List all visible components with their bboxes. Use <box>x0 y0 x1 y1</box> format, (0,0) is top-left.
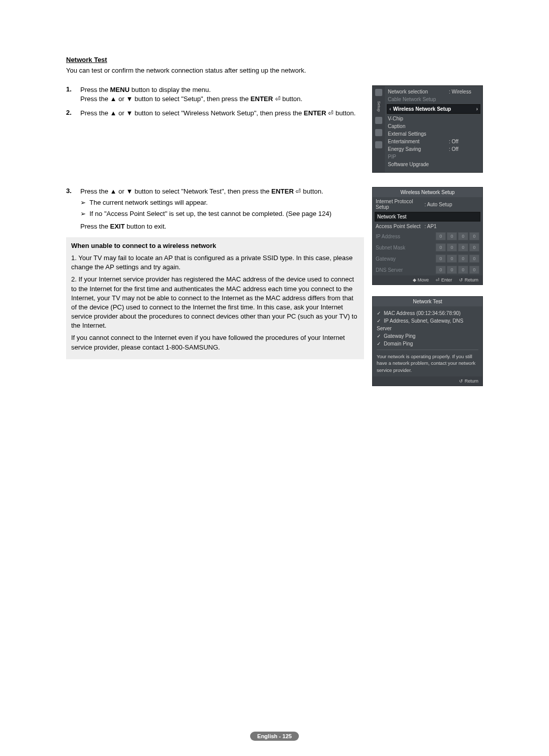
step-3: 3. Press the ▲ or ▼ button to select "Ne… <box>66 187 364 231</box>
sidebar-label: Setup <box>377 101 381 112</box>
enter-key: ENTER <box>251 95 273 103</box>
t: button. <box>333 109 355 117</box>
t: button to display the menu. <box>130 86 211 93</box>
k: Access Point Select <box>376 224 424 229</box>
k: Gateway <box>376 256 424 262</box>
v: : Auto Setup <box>424 202 452 207</box>
test-item: Domain Ping <box>377 340 478 348</box>
t: Press the ▲ or ▼ button to select "Setup… <box>80 95 251 103</box>
k: Cable Network Setup <box>388 97 479 102</box>
osd-row: Caption <box>388 122 479 130</box>
sidebar-icon <box>375 129 382 136</box>
k: V-Chip <box>388 116 479 121</box>
osd-network-test: Network Test MAC Address (00:12:34:56:78… <box>372 296 483 386</box>
enter-icon: ⏎ <box>436 277 440 282</box>
k: Software Upgrade <box>388 162 479 167</box>
enter-key: ENTER <box>271 187 294 195</box>
sidebar-icon <box>375 117 382 124</box>
t: The current network settings will appear… <box>89 198 208 207</box>
osd-row: Energy Saving: Off <box>388 145 479 153</box>
k: Network selection <box>388 89 449 94</box>
osd-footer: ↺ Return <box>373 376 482 386</box>
k: External Settings <box>388 131 479 137</box>
exit-key: EXIT <box>110 223 125 230</box>
v: : Off <box>449 139 479 144</box>
test-message: Your network is operating properly. If y… <box>377 353 478 373</box>
k: Internet Protocol Setup <box>376 199 424 210</box>
osd-selected-row[interactable]: Network Test <box>375 212 480 222</box>
menu-key: MENU <box>110 86 130 93</box>
step-2: 2. Press the ▲ or ▼ button to select "Wi… <box>66 109 364 118</box>
osd-row: External Settings <box>388 130 479 138</box>
osd-title: Network Test <box>373 297 482 306</box>
t: Press the ▲ or ▼ button to select "Wirel… <box>80 109 304 117</box>
label: Wireless Network Setup <box>393 106 451 112</box>
k: IP Address <box>376 234 424 239</box>
k: Entertainment <box>388 139 449 144</box>
osd-row: PIP <box>388 153 479 161</box>
k: Subnet Mask <box>376 245 424 250</box>
ip-cells: 0000 <box>436 243 479 251</box>
enter-hint: ⏎ Enter <box>436 277 452 282</box>
t: Press the <box>80 86 110 93</box>
osd-row: Access Point Select: AP1 <box>373 222 482 231</box>
info-p2: 2. If your Internet service provider has… <box>71 275 359 330</box>
ip-cells: 0000 <box>436 255 479 263</box>
enter-icon: ⏎ <box>295 187 301 195</box>
osd-title: Wireless Network Setup <box>373 187 482 197</box>
step-num: 3. <box>66 187 80 231</box>
ip-cells: 0000 <box>436 232 479 240</box>
t: If no "Access Point Select" is set up, t… <box>89 209 331 218</box>
section-title: Network Test <box>66 56 483 64</box>
updown-icon: ◆ <box>413 277 416 282</box>
intro-text: You can test or confirm the network conn… <box>66 67 483 74</box>
osd-sidebar: Setup <box>373 86 385 172</box>
return-hint: ↺ Return <box>459 277 478 282</box>
osd-row: V-Chip <box>388 115 479 122</box>
sidebar-icon <box>375 89 382 96</box>
t: button. <box>281 95 302 103</box>
move-hint: ◆ Move <box>413 277 429 282</box>
arrow-icon: ➢ <box>80 209 89 218</box>
osd-ip-row: DNS Server0000 <box>373 264 482 275</box>
osd-wireless-setup: Wireless Network Setup Internet Protocol… <box>372 187 483 285</box>
page-footer: English - 125 <box>0 732 549 741</box>
osd-row: Entertainment: Off <box>388 138 479 145</box>
return-hint: ↺ Return <box>459 379 478 384</box>
test-item: IP Address, Subnet, Gateway, DNS Server <box>377 317 478 332</box>
osd-selected-row[interactable]: ‹ Wireless Network Setup › <box>387 104 480 114</box>
arrow-icon: ➢ <box>80 198 89 207</box>
osd-footer: ◆ Move ⏎ Enter ↺ Return <box>373 275 482 285</box>
k: Network Test <box>377 214 426 219</box>
v: : Wireless <box>449 89 479 94</box>
step-num: 2. <box>66 109 80 118</box>
t: Press the ▲ or ▼ button to select "Netwo… <box>80 187 271 195</box>
osd-ip-row: IP Address0000 <box>373 231 482 242</box>
step-num: 1. <box>66 85 80 104</box>
k: Energy Saving <box>388 146 449 152</box>
info-p1: 1. Your TV may fail to locate an AP that… <box>71 254 359 272</box>
chevron-right-icon: › <box>476 106 478 112</box>
v: : Off <box>449 146 479 152</box>
osd-setup-menu: Setup Network selection: Wireless Cable … <box>372 85 483 173</box>
t: button. <box>301 187 323 195</box>
osd-row: Software Upgrade <box>388 161 479 168</box>
osd-ip-row: Subnet Mask0000 <box>373 242 482 253</box>
info-box: When unable to connect to a wireless net… <box>66 237 364 359</box>
test-item: Gateway Ping <box>377 332 478 340</box>
osd-ip-row: Gateway0000 <box>373 253 482 264</box>
test-item: MAC Address (00:12:34:56:78:90) <box>377 309 478 317</box>
enter-key: ENTER <box>304 109 326 117</box>
k: DNS Server <box>376 267 424 273</box>
return-icon: ↺ <box>459 277 463 282</box>
enter-icon: ⏎ <box>328 109 333 117</box>
k: PIP <box>388 154 479 160</box>
page-number-pill: English - 125 <box>250 732 299 741</box>
chevron-left-icon: ‹ <box>389 106 391 112</box>
v: : AP1 <box>424 224 437 229</box>
return-icon: ↺ <box>459 379 463 384</box>
step-1: 1. Press the MENU button to display the … <box>66 85 364 104</box>
t: button to exit. <box>125 223 166 230</box>
info-title: When unable to connect to a wireless net… <box>71 241 359 250</box>
osd-row: Cable Network Setup <box>388 96 479 103</box>
